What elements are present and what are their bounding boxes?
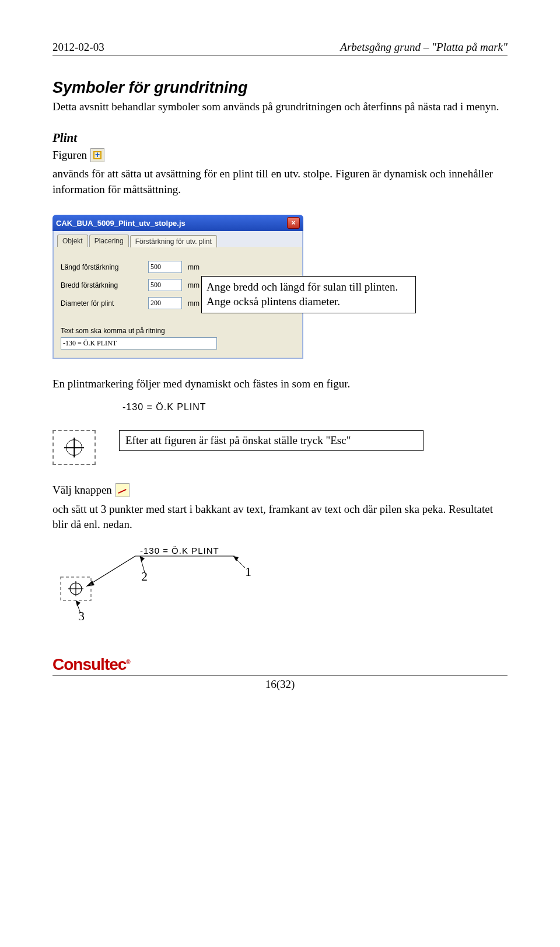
- plint-mark-text: -130 = Ö.K PLINT: [123, 402, 508, 413]
- footer-page-number: 16(32): [52, 675, 508, 691]
- intro-paragraph: Detta avsnitt behandlar symboler som anv…: [52, 99, 508, 114]
- label-length: Längd förstärkning: [61, 263, 148, 271]
- footer-logo: Consultec®: [52, 655, 508, 674]
- page-heading: Symboler för grundritning: [52, 79, 508, 97]
- result-number-3: 3: [78, 609, 85, 624]
- svg-marker-2: [86, 581, 94, 586]
- plint-mark-symbol: [52, 430, 96, 465]
- result-figure: -130 = Ö.K PLINT 1 2 3: [52, 544, 298, 620]
- close-icon[interactable]: ×: [287, 217, 300, 229]
- plint-line-1a: Figuren: [52, 148, 87, 163]
- plint-line-1b: används för att sätta ut avsättning för …: [52, 166, 508, 197]
- label-width: Bredd förstärkning: [61, 281, 148, 289]
- callout-line-2: Ange också plintens diameter.: [206, 295, 411, 309]
- input-drawing-text[interactable]: [61, 337, 217, 350]
- dialog-title: CAK_BUA_5009_Plint_utv_stolpe.js: [56, 219, 186, 228]
- after-dialog-text: En plintmarkering följer med dynamiskt o…: [52, 376, 508, 392]
- label-diameter: Diameter för plint: [61, 299, 148, 307]
- header-doc-title: Arbetsgång grund – "Platta på mark": [340, 41, 508, 54]
- header-date: 2012-02-03: [52, 41, 104, 54]
- result-number-2: 2: [141, 569, 148, 584]
- callout-line-1: Ange bredd och längd för sulan till plin…: [206, 280, 411, 295]
- input-length[interactable]: [148, 261, 182, 273]
- input-width[interactable]: [148, 279, 182, 291]
- svg-line-1: [86, 556, 135, 586]
- leader-text-b: och sätt ut 3 punkter med start i bakkan…: [52, 502, 508, 533]
- esc-instruction-box: Efter att figuren är fäst på önskat stäl…: [119, 430, 424, 451]
- tab-forstarkning[interactable]: Förstärkning för utv. plint: [130, 235, 217, 247]
- input-diameter[interactable]: [148, 297, 182, 309]
- label-drawing-text: Text som ska komma ut på ritning: [61, 327, 295, 335]
- leader-tool-icon: [116, 483, 130, 497]
- section-title-plint: Plint: [52, 131, 508, 145]
- callout-box: Ange bredd och längd för sulan till plin…: [201, 276, 416, 313]
- result-text-svg: -130 = Ö.K PLINT: [140, 546, 219, 555]
- plint-tool-icon: [90, 148, 104, 162]
- svg-marker-10: [140, 556, 145, 562]
- tab-objekt[interactable]: Objekt: [57, 235, 88, 247]
- unit-length: mm: [188, 263, 200, 271]
- svg-marker-12: [76, 600, 80, 606]
- unit-diameter: mm: [188, 299, 200, 307]
- result-number-1: 1: [245, 564, 251, 579]
- unit-width: mm: [188, 281, 200, 289]
- dialog-window: CAK_BUA_5009_Plint_utv_stolpe.js × Objek…: [52, 215, 303, 359]
- tab-placering[interactable]: Placering: [89, 235, 129, 247]
- leader-text-a: Välj knappen: [52, 483, 112, 498]
